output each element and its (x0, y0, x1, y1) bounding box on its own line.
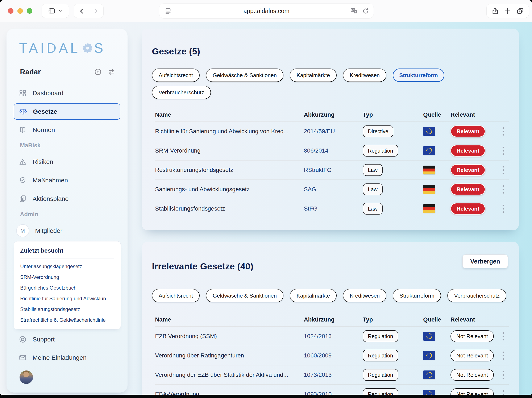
table-row[interactable]: SRM-Verordnung 806/2014 Regulation Relev… (155, 141, 509, 160)
filter-chip[interactable]: Geldwäsche & Sanktionen (206, 69, 284, 82)
recent-law-link[interactable]: Richtlinie für Sanierung und Abwicklun..… (20, 296, 114, 302)
back-button[interactable] (78, 7, 85, 14)
hide-button[interactable]: Verbergen (462, 254, 508, 268)
header-quelle: Quelle (423, 316, 450, 323)
filter-chip[interactable]: Aufsichtsrecht (152, 289, 200, 302)
law-name: Sanierungs- und Abwicklungsgesetz (155, 186, 304, 193)
row-menu-button[interactable] (501, 331, 506, 342)
type-badge: Regulation (363, 350, 398, 361)
table-row[interactable]: Sanierungs- und Abwicklungsgesetz SAG La… (155, 179, 509, 199)
row-menu-button[interactable] (501, 164, 506, 176)
pinwheel-logo-icon (82, 42, 94, 54)
row-menu-button[interactable] (501, 369, 506, 381)
law-abbreviation-link[interactable]: 1060/2009 (304, 352, 363, 359)
filter-chip[interactable]: Kapitalmärkte (290, 69, 337, 82)
filter-chip[interactable]: Strukturreform (393, 289, 441, 302)
share-icon[interactable] (491, 7, 499, 15)
law-abbreviation-link[interactable]: 806/2014 (304, 147, 363, 154)
zoom-window-button[interactable] (27, 8, 32, 14)
source-flag (423, 332, 435, 341)
law-abbreviation-link[interactable]: SAG (304, 186, 363, 193)
table-header-row: Name Abkürzung Typ Quelle Relevant (155, 313, 509, 326)
recently-visited-list: UnterlassungsklagengesetzSRM-VerordnungB… (20, 264, 114, 323)
type-badge: Law (363, 164, 383, 176)
header-typ: Typ (363, 316, 423, 323)
sidebar-item-normen[interactable]: Normen (14, 122, 120, 138)
laws-table: Name Abkürzung Typ Quelle Relevant Richt… (155, 108, 509, 218)
switch-workspace-icon[interactable] (107, 68, 116, 76)
table-body: Richtlinie für Sanierung und Abwicklung … (155, 121, 509, 218)
type-badge: Law (363, 183, 383, 195)
type-badge: Directive (363, 126, 393, 137)
close-window-button[interactable] (8, 8, 13, 14)
row-menu-button[interactable] (501, 203, 506, 215)
browser-toolbar: app.taidalos.com (0, 0, 532, 22)
row-menu-button[interactable] (501, 126, 506, 137)
table-row[interactable]: Verordnung der EZB über Statistik der Ak… (155, 365, 509, 384)
tab-overview-icon[interactable] (516, 7, 524, 15)
law-abbreviation-link[interactable]: 1073/2013 (304, 372, 363, 378)
recent-law-link[interactable]: SRM-Verordnung (20, 274, 114, 280)
sidebar-item-gesetze[interactable]: Gesetze (14, 103, 120, 120)
forward-button[interactable] (92, 7, 99, 14)
german-flag-icon (423, 166, 435, 174)
row-menu-button[interactable] (501, 145, 506, 157)
table-row[interactable]: EZB Verordnung (SSM) 1024/2013 Regulatio… (155, 326, 509, 346)
recently-visited-panel: Zuletzt besucht Unterlassungsklagengeset… (14, 241, 121, 329)
filter-chip[interactable]: Strukturreform (393, 69, 444, 82)
source-flag (423, 204, 435, 213)
sidebar-item-einladungen[interactable]: Meine Einladungen (14, 349, 120, 366)
law-abbreviation-link[interactable]: 1024/2013 (304, 333, 363, 340)
type-badge: Regulation (363, 369, 398, 381)
filter-chip[interactable]: Verbraucherschutz (152, 86, 211, 99)
workspace-title: Radar (20, 68, 41, 76)
recent-law-link[interactable]: Unterlassungsklagengesetz (20, 264, 114, 269)
table-row[interactable]: Verordnung über Ratingagenturen 1060/200… (155, 346, 509, 365)
add-icon[interactable] (94, 68, 102, 76)
recently-visited-title: Zuletzt besucht (20, 247, 114, 259)
reload-icon[interactable] (362, 7, 369, 15)
law-abbreviation-link[interactable]: StFG (304, 205, 363, 212)
sidebar-item-mitglieder[interactable]: M Mitglieder (14, 222, 120, 239)
sidebar-item-aktionsplaene[interactable]: Aktionspläne (14, 191, 120, 207)
minimize-window-button[interactable] (18, 8, 23, 14)
filter-chip[interactable]: Verbraucherschutz (447, 289, 506, 302)
translate-icon[interactable] (350, 7, 358, 15)
sidebar-item-risiken[interactable]: Risiken (14, 154, 120, 170)
filter-chip[interactable]: Kreditwesen (343, 289, 386, 302)
sidebar-item-massnahmen[interactable]: Maßnahmen (14, 172, 120, 189)
sidebar-item-dashboard[interactable]: Dashboard (14, 85, 120, 101)
filter-chip[interactable]: Kreditwesen (343, 69, 386, 82)
relevance-badge: Relevant (450, 145, 485, 157)
sidebar-item-support[interactable]: Support (14, 331, 120, 347)
recent-law-link[interactable]: Strafrechtliche 6. Geldwäscherichtlinie (20, 317, 114, 323)
user-avatar[interactable] (19, 371, 33, 384)
source-flag (423, 351, 435, 360)
law-abbreviation-link[interactable]: 2014/59/EU (304, 128, 363, 135)
category-filter-chips: AufsichtsrechtGeldwäsche & SanktionenKap… (152, 69, 480, 99)
law-abbreviation-link[interactable]: RStruktFG (304, 167, 363, 173)
filter-chip[interactable]: Kapitalmärkte (290, 289, 337, 302)
table-row[interactable]: Restrukturierungsfondsgesetz RStruktFG L… (155, 160, 509, 179)
filter-chip[interactable]: Geldwäsche & Sanktionen (206, 289, 284, 302)
laws-table: Name Abkürzung Typ Quelle Relevant EZB V… (155, 313, 509, 396)
row-menu-button[interactable] (501, 184, 506, 195)
sidebar-toggle-button[interactable] (42, 4, 69, 18)
url-text: app.taidalos.com (159, 4, 374, 18)
recent-law-link[interactable]: Stabilisierungsfondsgesetz (20, 306, 114, 312)
source-flag (423, 127, 435, 136)
address-bar[interactable]: app.taidalos.com (159, 4, 374, 18)
law-name: EZB Verordnung (SSM) (155, 333, 304, 340)
new-tab-icon[interactable] (504, 7, 512, 15)
recent-law-link[interactable]: Bürgerliches Gesetzbuch (20, 285, 114, 291)
law-name: Verordnung über Ratingagenturen (155, 352, 304, 359)
row-menu-button[interactable] (501, 350, 506, 361)
browser-window: app.taidalos.com (0, 0, 532, 396)
grid-icon (19, 89, 27, 97)
filter-chip[interactable]: Aufsichtsrecht (152, 69, 200, 82)
german-flag-icon (423, 204, 435, 213)
type-badge: Regulation (363, 330, 398, 342)
table-row[interactable]: Richtlinie für Sanierung und Abwicklung … (155, 121, 509, 141)
table-row[interactable]: Stabilisierungsfondsgesetz StFG Law Rele… (155, 199, 509, 218)
chevron-down-icon (58, 9, 63, 13)
